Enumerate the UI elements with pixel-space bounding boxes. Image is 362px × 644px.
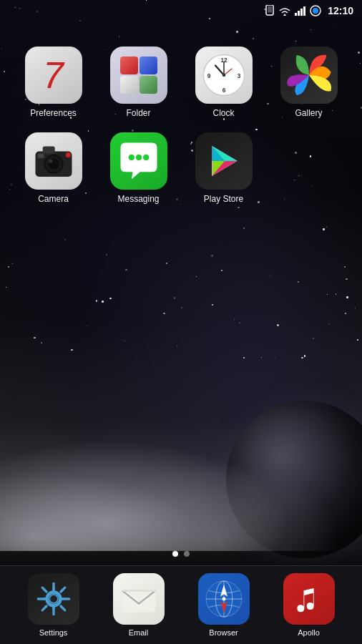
gallery-icon: [280, 47, 338, 104]
app-item-folder[interactable]: Folder: [99, 47, 177, 118]
status-time: 12:10: [328, 5, 353, 16]
dock: Settings Email: [0, 565, 362, 644]
email-label: Email: [129, 628, 149, 637]
gallery-label: Gallery: [295, 108, 322, 118]
folder-icon: [110, 47, 167, 104]
svg-point-27: [142, 155, 149, 161]
svg-point-28: [47, 592, 61, 606]
svg-rect-2: [295, 13, 297, 16]
svg-point-48: [222, 597, 225, 601]
svg-line-35: [61, 587, 65, 592]
app-item-preferences[interactable]: 7 Preferences: [14, 47, 92, 118]
page-dot-1[interactable]: [172, 551, 178, 557]
page-dots: [0, 551, 362, 557]
dock-item-settings[interactable]: Settings: [28, 573, 79, 637]
wifi-icon: [278, 6, 291, 16]
signal-icon: [295, 6, 306, 16]
folder-label: Folder: [126, 108, 150, 118]
camera-label: Camera: [38, 194, 69, 204]
svg-point-25: [128, 155, 134, 161]
camera-icon: [25, 132, 82, 190]
preferences-label: Preferences: [30, 108, 77, 118]
playstore-label: Play Store: [204, 194, 243, 204]
dock-item-apollo[interactable]: Apollo: [283, 573, 335, 637]
app-item-gallery[interactable]: Gallery: [270, 47, 348, 118]
settings-dock-icon: [28, 573, 79, 625]
messaging-label: Messaging: [117, 194, 159, 204]
clouds: [0, 408, 362, 551]
browser-dock-icon: [198, 573, 250, 625]
preferences-icon: 7: [25, 47, 82, 104]
dock-item-browser[interactable]: Browser: [198, 573, 250, 637]
status-icons: 12:10: [265, 5, 353, 16]
svg-rect-5: [303, 6, 305, 16]
svg-line-33: [42, 587, 47, 592]
svg-point-38: [49, 595, 58, 603]
phone-icon: [265, 5, 275, 16]
svg-point-7: [313, 8, 318, 14]
playstore-icon: [195, 132, 253, 190]
svg-rect-1: [268, 6, 272, 13]
svg-rect-3: [298, 11, 300, 16]
svg-rect-18: [42, 147, 54, 154]
app-grid: 7 Preferences Folder 12 3 6 9: [0, 39, 362, 211]
messaging-icon: [110, 132, 167, 190]
svg-rect-24: [37, 154, 44, 158]
clock-label: Clock: [212, 108, 234, 118]
dock-item-email[interactable]: Email: [113, 573, 165, 637]
svg-point-26: [135, 155, 142, 161]
app-item-clock[interactable]: 12 3 6 9 Clock: [185, 47, 263, 118]
svg-point-16: [222, 74, 225, 77]
svg-text:3: 3: [237, 73, 240, 79]
settings-label: Settings: [39, 628, 68, 637]
app-item-camera[interactable]: Camera: [14, 132, 92, 204]
svg-line-36: [42, 606, 47, 610]
svg-rect-40: [122, 590, 155, 592]
apollo-dock-icon: [283, 573, 335, 625]
browser-label: Browser: [209, 628, 238, 637]
status-bar: 12:10: [0, 0, 362, 21]
app-item-messaging[interactable]: Messaging: [99, 132, 177, 204]
app-item-playstore[interactable]: Play Store: [185, 132, 263, 204]
apollo-label: Apollo: [298, 628, 320, 637]
svg-line-34: [61, 606, 65, 610]
svg-text:9: 9: [207, 73, 210, 79]
clock-icon: 12 3 6 9: [195, 47, 253, 104]
svg-rect-39: [122, 590, 155, 613]
svg-point-23: [66, 152, 71, 157]
svg-point-22: [49, 159, 52, 162]
sync-icon: [310, 5, 321, 16]
svg-rect-4: [300, 9, 303, 16]
email-dock-icon: [113, 573, 165, 625]
page-dot-2[interactable]: [184, 551, 190, 557]
svg-text:6: 6: [222, 87, 225, 94]
